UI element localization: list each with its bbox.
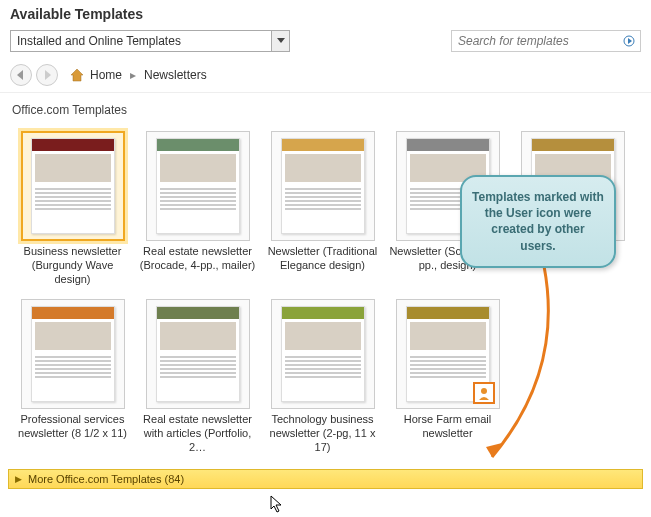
template-grid: Templates marked with the User icon were… <box>0 121 651 465</box>
search-input-wrap <box>451 30 641 52</box>
chevron-down-icon <box>271 31 289 51</box>
arrow-right-icon <box>42 70 52 80</box>
expand-right-icon: ▶ <box>15 474 22 484</box>
more-templates-bar[interactable]: ▶ More Office.com Templates (84) <box>8 469 643 489</box>
svg-marker-2 <box>628 38 632 44</box>
breadcrumb-current[interactable]: Newsletters <box>144 68 207 82</box>
callout: Templates marked with the User icon were… <box>460 175 616 268</box>
nav-back-button[interactable] <box>10 64 32 86</box>
svg-point-7 <box>481 388 487 394</box>
template-label: Real estate newsletter with articles (Po… <box>139 413 257 455</box>
template-thumbnail <box>146 131 250 241</box>
search-input[interactable] <box>452 34 618 48</box>
template-source-dropdown[interactable]: Installed and Online Templates <box>10 30 290 52</box>
template-label: Newsletter (Traditional Elegance design) <box>264 245 382 287</box>
breadcrumb-sep-icon: ▸ <box>130 68 136 82</box>
section-title: Office.com Templates <box>0 93 651 121</box>
svg-marker-5 <box>71 69 83 81</box>
template-item[interactable]: Real estate newsletter (Brocade, 4-pp., … <box>135 127 260 291</box>
template-thumbnail <box>21 299 125 409</box>
home-icon[interactable] <box>68 66 86 84</box>
template-item[interactable]: Real estate newsletter with articles (Po… <box>135 295 260 459</box>
breadcrumb-nav: Home ▸ Newsletters <box>0 58 651 93</box>
template-label: Technology business newsletter (2-pg, 11… <box>264 413 382 455</box>
template-label: Business newsletter (Burgundy Wave desig… <box>14 245 132 287</box>
svg-marker-3 <box>17 70 23 80</box>
svg-marker-8 <box>271 496 281 512</box>
svg-marker-0 <box>277 38 285 43</box>
template-item[interactable]: Newsletter (Traditional Elegance design) <box>260 127 385 291</box>
svg-marker-4 <box>45 70 51 80</box>
arrow-left-icon <box>16 70 26 80</box>
search-go-button[interactable] <box>618 31 640 51</box>
template-thumbnail <box>271 131 375 241</box>
template-item[interactable]: Professional services newsletter (8 1/2 … <box>10 295 135 459</box>
breadcrumb-home[interactable]: Home <box>90 68 122 82</box>
callout-text: Templates marked with the User icon were… <box>472 190 604 253</box>
template-label: Real estate newsletter (Brocade, 4-pp., … <box>139 245 257 287</box>
search-arrow-icon <box>623 35 635 47</box>
user-icon <box>473 382 495 404</box>
template-item[interactable]: Horse Farm email newsletter <box>385 295 510 459</box>
template-item[interactable]: Technology business newsletter (2-pg, 11… <box>260 295 385 459</box>
template-label: Professional services newsletter (8 1/2 … <box>14 413 132 455</box>
cursor-icon <box>270 495 284 513</box>
template-label: Horse Farm email newsletter <box>389 413 507 455</box>
nav-forward-button[interactable] <box>36 64 58 86</box>
dropdown-label: Installed and Online Templates <box>17 34 181 48</box>
more-label: More Office.com Templates (84) <box>28 473 184 485</box>
template-thumbnail <box>21 131 125 241</box>
toolbar: Installed and Online Templates <box>0 24 651 58</box>
template-thumbnail <box>396 299 500 409</box>
template-thumbnail <box>271 299 375 409</box>
template-thumbnail <box>146 299 250 409</box>
header: Available Templates <box>0 0 651 24</box>
template-item[interactable]: Business newsletter (Burgundy Wave desig… <box>10 127 135 291</box>
page-title: Available Templates <box>10 6 641 22</box>
